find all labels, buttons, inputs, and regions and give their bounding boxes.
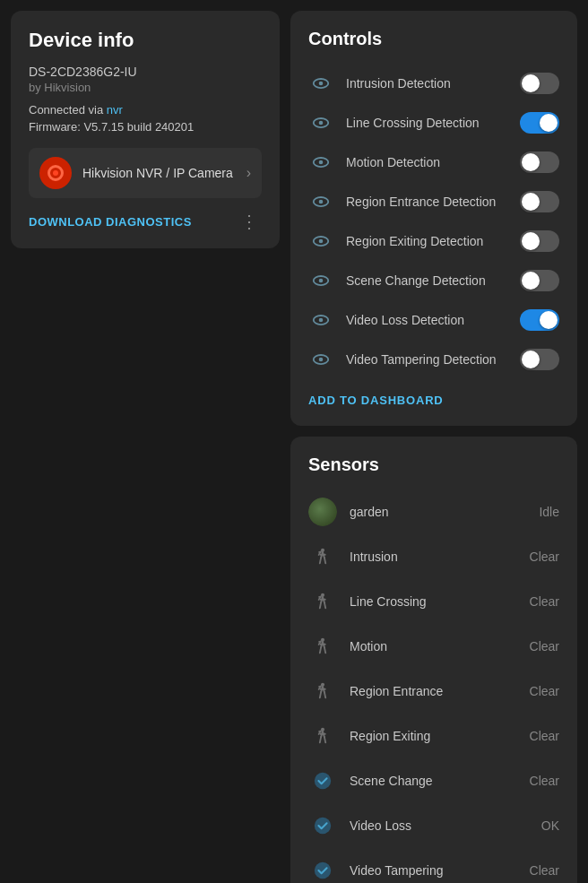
- svg-line-38: [324, 647, 325, 653]
- toggle-track-3[interactable]: [520, 191, 559, 212]
- sensor-label-3: Region Entrance: [350, 684, 530, 698]
- toggle-thumb-1: [540, 114, 558, 132]
- device-model: DS-2CD2386G2-IU: [29, 65, 262, 79]
- svg-point-11: [319, 279, 324, 283]
- control-label-3: Region Entrance Detection: [346, 195, 520, 209]
- sensor-row-0: Intrusion Clear: [308, 534, 559, 579]
- bottom-actions: DOWNLOAD DIAGNOSTICS ⋮: [29, 212, 262, 230]
- toggle-0[interactable]: [520, 73, 559, 94]
- sensor-label-4: Region Exiting: [350, 729, 530, 743]
- toggle-3[interactable]: [520, 191, 559, 212]
- camera-icon-inner: [48, 165, 64, 181]
- sensor-status-4: Clear: [530, 729, 559, 743]
- toggle-5[interactable]: [520, 270, 559, 291]
- control-label-5: Scene Change Detection: [346, 273, 520, 288]
- svg-point-7: [319, 200, 324, 204]
- download-diagnostics-button[interactable]: DOWNLOAD DIAGNOSTICS: [29, 215, 192, 229]
- sensors-title: Sensors: [308, 454, 559, 475]
- control-label-7: Video Tampering Detection: [346, 352, 520, 367]
- device-info-card: Device info DS-2CD2386G2-IU by Hikvision…: [11, 11, 280, 248]
- camera-sensor-row: garden Idle: [308, 489, 559, 534]
- sensor-icon-6: [308, 811, 337, 840]
- toggle-thumb-6: [540, 311, 558, 329]
- toggle-thumb-2: [522, 153, 540, 171]
- add-to-dashboard-button[interactable]: ADD TO DASHBOARD: [308, 394, 444, 407]
- svg-line-37: [320, 647, 321, 653]
- sensor-status-2: Clear: [530, 639, 559, 654]
- control-row-4: Region Exiting Detection: [308, 221, 559, 261]
- connected-via: Connected via nvr: [29, 103, 262, 117]
- sensor-icon-7: [308, 856, 337, 883]
- control-row-7: Video Tampering Detection: [308, 340, 559, 379]
- svg-line-28: [320, 602, 321, 608]
- toggle-6[interactable]: [520, 309, 559, 331]
- toggle-track-0[interactable]: [520, 73, 559, 94]
- svg-line-19: [320, 558, 321, 563]
- toggle-thumb-4: [522, 232, 540, 250]
- controls-card: Controls Intrusion Detection Line Crossi…: [290, 11, 577, 426]
- toggle-thumb-3: [522, 193, 540, 211]
- control-label-1: Line Crossing Detection: [346, 116, 520, 130]
- toggle-thumb-5: [522, 272, 540, 290]
- toggle-2[interactable]: [520, 151, 559, 173]
- toggle-track-5[interactable]: [520, 270, 559, 291]
- camera-thumb-image: [308, 498, 337, 526]
- toggle-track-7[interactable]: [520, 349, 559, 370]
- sensor-row-7: Video Tampering Clear: [308, 848, 559, 883]
- toggle-track-2[interactable]: [520, 151, 559, 173]
- svg-line-60: [319, 731, 321, 732]
- sensor-label-0: Intrusion: [350, 550, 530, 564]
- svg-line-42: [319, 641, 321, 642]
- sensor-status-0: Clear: [530, 550, 559, 564]
- sensor-label-2: Motion: [350, 639, 530, 654]
- eye-icon-3: [308, 189, 333, 214]
- sensors-list: Intrusion Clear Line Crossing Clear Moti…: [308, 534, 559, 883]
- device-brand: by Hikvision: [29, 81, 262, 94]
- control-row-0: Intrusion Detection: [308, 64, 559, 103]
- sensor-icon-2: [308, 632, 337, 661]
- sensor-row-5: Scene Change Clear: [308, 758, 559, 803]
- toggle-1[interactable]: [520, 112, 559, 134]
- toggle-4[interactable]: [520, 230, 559, 252]
- svg-line-46: [320, 692, 321, 697]
- sensor-row-4: Region Exiting Clear: [308, 714, 559, 758]
- svg-point-5: [319, 160, 324, 165]
- camera-thumbnail: [308, 498, 337, 526]
- sensor-row-1: Line Crossing Clear: [308, 579, 559, 624]
- control-label-4: Region Exiting Detection: [346, 234, 520, 248]
- toggle-track-1[interactable]: [520, 112, 559, 134]
- device-nvr-link-row[interactable]: Hikvision NVR / IP Camera ›: [29, 148, 262, 198]
- toggle-7[interactable]: [520, 349, 559, 370]
- toggle-thumb-0: [522, 74, 540, 92]
- sensor-status-3: Clear: [530, 684, 559, 698]
- sensor-label-7: Video Tampering: [350, 863, 530, 878]
- toggle-track-4[interactable]: [520, 230, 559, 252]
- device-info-title: Device info: [29, 29, 262, 52]
- controls-list: Intrusion Detection Line Crossing Detect…: [308, 64, 559, 379]
- control-row-1: Line Crossing Detection: [308, 103, 559, 143]
- device-link-text: Hikvision NVR / IP Camera: [82, 166, 246, 180]
- nvr-link[interactable]: nvr: [107, 103, 123, 117]
- eye-icon-5: [308, 268, 333, 293]
- control-row-5: Scene Change Detection: [308, 261, 559, 300]
- device-icon: [39, 157, 72, 189]
- svg-line-55: [320, 737, 321, 742]
- svg-line-33: [319, 596, 321, 597]
- camera-status-label: Idle: [539, 505, 559, 519]
- toggle-thumb-7: [522, 351, 540, 368]
- svg-line-24: [319, 551, 321, 552]
- svg-point-13: [319, 318, 324, 323]
- eye-icon-6: [308, 307, 333, 333]
- svg-point-61: [315, 773, 331, 789]
- svg-line-29: [324, 602, 325, 608]
- toggle-track-6[interactable]: [520, 309, 559, 331]
- svg-line-47: [324, 692, 325, 697]
- svg-line-56: [324, 737, 325, 742]
- control-row-6: Video Loss Detection: [308, 300, 559, 340]
- control-label-2: Motion Detection: [346, 155, 520, 169]
- sensor-row-3: Region Entrance Clear: [308, 669, 559, 714]
- more-options-button[interactable]: ⋮: [237, 212, 262, 230]
- controls-title: Controls: [308, 29, 559, 49]
- control-label-0: Intrusion Detection: [346, 76, 520, 91]
- sensor-label-5: Scene Change: [350, 774, 530, 788]
